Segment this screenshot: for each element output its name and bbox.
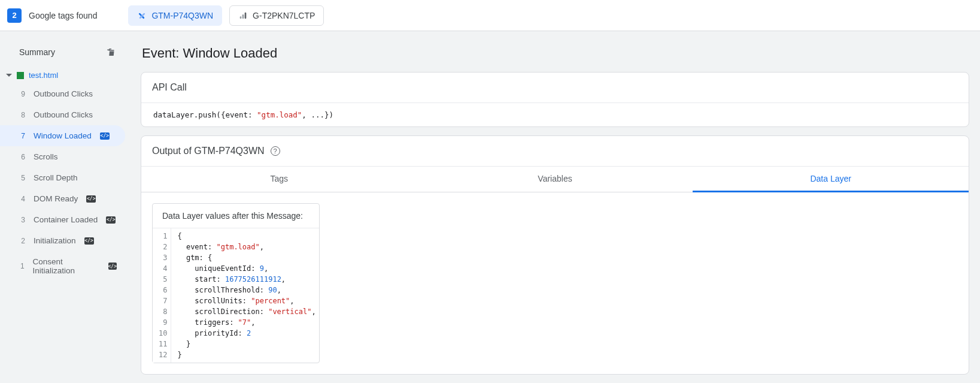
file-row[interactable]: test.html: [0, 67, 129, 83]
page-title: Event: Window Loaded: [142, 46, 969, 61]
output-header: Output of GTM-P74Q3WN ?: [141, 136, 969, 167]
event-number: 5: [17, 174, 25, 182]
event-item[interactable]: 5Scroll Depth: [0, 167, 125, 188]
event-number: 2: [17, 237, 25, 245]
tab-tags[interactable]: Tags: [141, 167, 417, 192]
event-item[interactable]: 2Initialization: [0, 230, 125, 251]
data-layer-title: Data Layer values after this Message:: [153, 204, 319, 228]
event-label: Window Loaded: [34, 131, 92, 140]
page-status-icon: [17, 72, 24, 79]
data-layer-codebox: Data Layer values after this Message: 1 …: [152, 203, 320, 363]
clear-icon[interactable]: [106, 47, 117, 58]
gtm-icon: [137, 11, 147, 20]
event-label: Initialization: [34, 236, 76, 245]
event-label: Scroll Depth: [34, 173, 78, 182]
event-item[interactable]: 3Container Loaded: [0, 209, 125, 230]
sidebar: Summary test.html 9Outbound Clicks8Outbo…: [0, 31, 129, 383]
code-chip-icon: [108, 263, 117, 270]
api-call-header: API Call: [141, 73, 969, 103]
api-call-code: dataLayer.push({event: "gtm.load", ...}): [141, 103, 969, 126]
topbar: 2 Google tags found GTM-P74Q3WN G-T2PKN7…: [0, 0, 980, 31]
event-number: 3: [17, 216, 25, 224]
main-pane: Event: Window Loaded API Call dataLayer.…: [129, 31, 980, 383]
tag-pill-gtm[interactable]: GTM-P74Q3WN: [128, 5, 222, 26]
api-call-card: API Call dataLayer.push({event: "gtm.loa…: [141, 72, 969, 127]
svg-rect-4: [245, 12, 247, 19]
event-number: 4: [17, 195, 25, 203]
help-icon[interactable]: ?: [271, 146, 280, 156]
event-item[interactable]: 9Outbound Clicks: [0, 83, 125, 104]
output-header-label: Output of GTM-P74Q3WN: [152, 146, 265, 156]
event-number: 6: [17, 153, 25, 161]
topbar-title: Google tags found: [29, 11, 97, 20]
code-chip-icon: [84, 237, 94, 245]
tag-pill-ga[interactable]: G-T2PKN7LCTP: [229, 5, 324, 26]
tag-count-badge: 2: [7, 8, 22, 23]
tab-variables[interactable]: Variables: [417, 167, 693, 192]
event-item[interactable]: 4DOM Ready: [0, 188, 125, 209]
event-item[interactable]: 6Scrolls: [0, 146, 125, 167]
summary-button[interactable]: Summary: [0, 42, 129, 67]
tag-pill-label: G-T2PKN7LCTP: [253, 11, 315, 20]
caret-down-icon: [6, 74, 12, 77]
code-chip-icon: [106, 216, 116, 224]
code-gutter: 1 2 3 4 5 6 7 8 9 10 11 12: [153, 228, 171, 363]
output-tabs: Tags Variables Data Layer: [141, 167, 969, 192]
event-label: Outbound Clicks: [34, 110, 93, 119]
event-label: Scrolls: [34, 152, 58, 161]
svg-rect-3: [242, 14, 244, 19]
data-layer-panel: Data Layer values after this Message: 1 …: [141, 192, 969, 374]
event-list: 9Outbound Clicks8Outbound Clicks7Window …: [0, 83, 129, 281]
tab-data-layer[interactable]: Data Layer: [693, 167, 969, 192]
event-item[interactable]: 7Window Loaded: [0, 125, 125, 146]
event-label: Consent Initialization: [33, 257, 100, 275]
event-label: Outbound Clicks: [34, 89, 93, 98]
file-label: test.html: [29, 71, 58, 80]
event-number: 8: [17, 111, 25, 119]
event-label: DOM Ready: [34, 194, 78, 203]
event-number: 7: [17, 132, 25, 140]
code-body: { event: "gtm.load", gtm: { uniqueEventI…: [171, 228, 321, 363]
event-label: Container Loaded: [34, 215, 98, 224]
event-item[interactable]: 1Consent Initialization: [0, 251, 125, 281]
svg-rect-2: [240, 16, 242, 19]
analytics-icon: [238, 11, 248, 20]
code-chip-icon: [100, 132, 110, 140]
event-item[interactable]: 8Outbound Clicks: [0, 104, 125, 125]
tag-pill-label: GTM-P74Q3WN: [151, 11, 213, 20]
code-chip-icon: [86, 195, 96, 203]
event-number: 9: [17, 90, 25, 98]
summary-label: Summary: [19, 47, 55, 57]
output-card: Output of GTM-P74Q3WN ? Tags Variables D…: [141, 135, 969, 375]
event-number: 1: [17, 262, 25, 270]
